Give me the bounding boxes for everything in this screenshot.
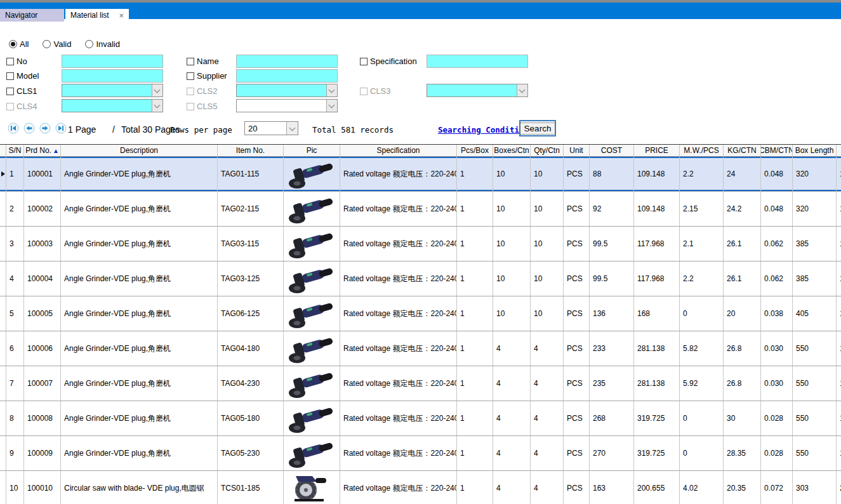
cell-boxes_ctn: 4 bbox=[493, 436, 531, 470]
checkbox-cls3[interactable]: CLS3 bbox=[360, 86, 391, 96]
name-input[interactable] bbox=[236, 55, 338, 68]
previous-page-icon[interactable] bbox=[23, 123, 35, 134]
row-selector[interactable] bbox=[0, 296, 6, 331]
chevron-down-icon[interactable] bbox=[517, 84, 527, 96]
current-page-text: 1 Page bbox=[68, 124, 96, 135]
chevron-down-icon[interactable] bbox=[286, 122, 298, 135]
table-row[interactable]: 1100001Angle Grinder-VDE plug,角磨机TAG01-1… bbox=[0, 157, 841, 192]
supplier-input[interactable] bbox=[236, 69, 338, 83]
cell-box_length: 385 bbox=[793, 227, 837, 261]
next-page-icon[interactable] bbox=[39, 123, 51, 134]
search-button[interactable]: Search bbox=[519, 120, 556, 136]
row-selector[interactable] bbox=[0, 471, 6, 504]
table-row[interactable]: 10100010Circular saw with blade- VDE plu… bbox=[0, 471, 841, 504]
checkbox-model[interactable]: Model bbox=[6, 71, 39, 81]
column-header-pic[interactable]: Pic bbox=[284, 145, 340, 156]
cell-item: TAG03-125 bbox=[218, 262, 284, 296]
column-header-cbm_ctn[interactable]: CBM/CTN bbox=[761, 145, 793, 156]
searching-condition-link[interactable]: Searching Condition bbox=[438, 125, 529, 135]
table-row[interactable]: 8100008Angle Grinder-VDE plug,角磨机TAG05-1… bbox=[0, 401, 841, 436]
cell-desc: Angle Grinder-VDE plug,角磨机 bbox=[61, 436, 218, 470]
cls4-combo[interactable] bbox=[62, 99, 163, 112]
column-header-boxes_ctn[interactable]: Boxes/Ctn bbox=[493, 145, 531, 156]
radio-valid[interactable]: Valid bbox=[43, 39, 71, 49]
column-header-desc[interactable]: Description bbox=[61, 145, 218, 156]
radio-invalid[interactable]: Invalid bbox=[85, 39, 120, 49]
cell-pcs_box: 1 bbox=[457, 262, 493, 296]
cell-pic bbox=[284, 296, 340, 331]
table-row[interactable]: 7100007Angle Grinder-VDE plug,角磨机TAG04-2… bbox=[0, 366, 841, 401]
cls5-combo[interactable] bbox=[236, 99, 338, 112]
checkbox-cls2[interactable]: CLS2 bbox=[187, 86, 218, 96]
row-selector[interactable] bbox=[0, 192, 6, 226]
cell-prd: 100009 bbox=[24, 436, 61, 470]
checkbox-supplier-label: Supplier bbox=[197, 71, 227, 81]
column-header-mw_pcs[interactable]: M.W./PCS bbox=[680, 145, 724, 156]
pagination-toolbar: 1 Page / Total 30 Pages Rows per page 20… bbox=[0, 119, 841, 142]
column-header-sn[interactable]: S/N bbox=[6, 145, 24, 156]
specification-input[interactable] bbox=[427, 55, 528, 68]
checkbox-supplier[interactable]: Supplier bbox=[187, 71, 227, 81]
cell-prd: 100001 bbox=[24, 157, 61, 191]
cell-mw_pcs: 0 bbox=[680, 436, 724, 470]
row-selector[interactable] bbox=[0, 227, 6, 261]
last-page-icon[interactable] bbox=[55, 123, 67, 134]
column-header-price[interactable]: PRICE bbox=[634, 145, 680, 156]
column-header-box_length[interactable]: Box Length bbox=[793, 145, 837, 156]
tab-navigator[interactable]: Navigator bbox=[0, 9, 64, 22]
model-input[interactable] bbox=[62, 69, 163, 83]
cell-pic bbox=[284, 157, 340, 191]
table-row[interactable]: 9100009Angle Grinder-VDE plug,角磨机TAG05-2… bbox=[0, 436, 841, 471]
chevron-down-icon[interactable] bbox=[152, 84, 162, 96]
table-row[interactable]: 4100004Angle Grinder-VDE plug,角磨机TAG03-1… bbox=[0, 262, 841, 296]
close-icon[interactable]: × bbox=[115, 11, 124, 20]
table-row[interactable]: 6100006Angle Grinder-VDE plug,角磨机TAG04-1… bbox=[0, 331, 841, 366]
no-input[interactable] bbox=[62, 55, 163, 68]
row-selector[interactable] bbox=[0, 401, 6, 435]
row-selector[interactable] bbox=[0, 366, 6, 401]
checkbox-cls1[interactable]: CLS1 bbox=[6, 86, 37, 96]
column-header-b[interactable]: B bbox=[837, 145, 841, 156]
column-header-kg_ctn[interactable]: KG/CTN bbox=[724, 145, 761, 156]
angle-grinder-image bbox=[287, 263, 336, 295]
chevron-down-icon[interactable] bbox=[152, 100, 162, 112]
checkbox-name[interactable]: Name bbox=[187, 56, 219, 66]
cls2-combo[interactable] bbox=[236, 84, 338, 97]
row-selector[interactable] bbox=[0, 262, 6, 296]
table-row[interactable]: 2100002Angle Grinder-VDE plug,角磨机TAG02-1… bbox=[0, 192, 841, 227]
column-header-pcs_box[interactable]: Pcs/Box bbox=[457, 145, 493, 156]
checkbox-cls3-label: CLS3 bbox=[370, 86, 391, 96]
cls1-combo[interactable] bbox=[62, 84, 163, 97]
chevron-down-icon[interactable] bbox=[326, 84, 337, 96]
chevron-down-icon[interactable] bbox=[326, 100, 337, 112]
cell-qty_ctn: 4 bbox=[531, 366, 564, 401]
checkbox-cls5[interactable]: CLS5 bbox=[187, 102, 218, 111]
table-row[interactable]: 3100003Angle Grinder-VDE plug,角磨机TAG03-1… bbox=[0, 227, 841, 262]
column-header-cost[interactable]: COST bbox=[590, 145, 634, 156]
cell-prd: 100010 bbox=[24, 471, 61, 504]
cell-mw_pcs: 2.2 bbox=[680, 262, 724, 296]
cell-b: 1 bbox=[837, 401, 841, 435]
radio-all[interactable]: All bbox=[9, 39, 29, 49]
row-selector[interactable] bbox=[0, 331, 6, 366]
column-header-spec[interactable]: Specification bbox=[340, 145, 457, 156]
rows-per-page-label: Rows per page bbox=[170, 125, 232, 135]
column-header-qty_ctn[interactable]: Qty/Ctn bbox=[531, 145, 564, 156]
cell-boxes_ctn: 10 bbox=[493, 296, 531, 331]
checkbox-cls4[interactable]: CLS4 bbox=[6, 102, 37, 111]
column-header-unit[interactable]: Unit bbox=[564, 145, 590, 156]
cell-pcs_box: 1 bbox=[457, 436, 493, 470]
row-selector[interactable] bbox=[0, 436, 6, 470]
checkbox-specification[interactable]: Specification bbox=[360, 56, 417, 66]
column-header-prd[interactable]: Prd No.▲ bbox=[24, 145, 61, 156]
table-row[interactable]: 5100005Angle Grinder-VDE plug,角磨机TAG06-1… bbox=[0, 296, 841, 331]
column-header-item[interactable]: Item No. bbox=[218, 145, 284, 156]
checkbox-cls2-box bbox=[187, 88, 194, 95]
tab-material-list[interactable]: Material list × bbox=[65, 9, 129, 22]
checkbox-cls4-label: CLS4 bbox=[17, 102, 37, 111]
checkbox-no[interactable]: No bbox=[6, 56, 27, 66]
cls3-combo[interactable] bbox=[427, 84, 528, 97]
rows-per-page-select[interactable]: 20 bbox=[244, 121, 298, 135]
first-page-icon[interactable] bbox=[8, 123, 19, 134]
row-selector[interactable] bbox=[0, 157, 6, 191]
